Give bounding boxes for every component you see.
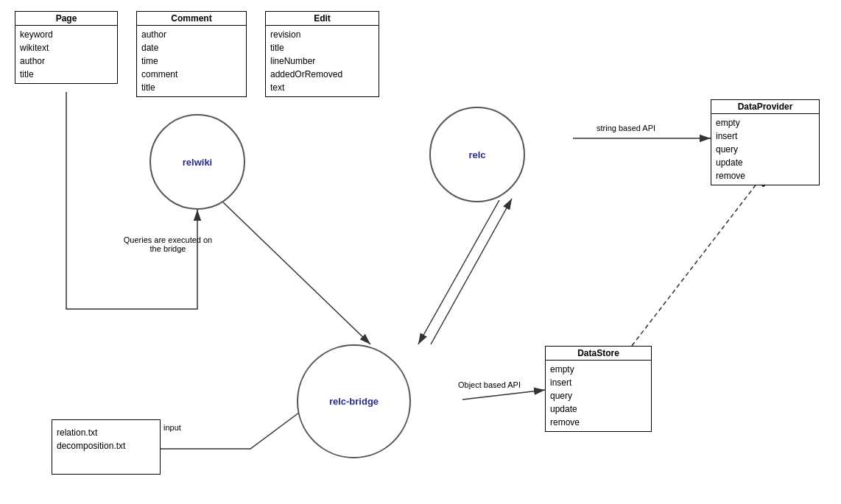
dataprovider-box: DataProvider empty insert query update r… [711, 99, 820, 185]
ds-field-5: remove [550, 416, 647, 429]
edit-field-5: text [270, 81, 374, 94]
svg-line-2 [223, 202, 370, 344]
comment-field-3: time [141, 54, 242, 68]
relc-circle: relc [429, 107, 525, 202]
edit-field-4: addedOrRemoved [270, 68, 374, 81]
edit-box-header: Edit [266, 12, 379, 26]
ds-field-3: query [550, 389, 647, 402]
relc-bridge-label: relc-bridge [329, 396, 379, 407]
input-files-box: relation.txt decomposition.txt [52, 419, 161, 475]
input-file-1: relation.txt [57, 426, 155, 439]
page-box-header: Page [15, 12, 117, 26]
edit-field-3: lineNumber [270, 54, 374, 68]
comment-box-header: Comment [137, 12, 246, 26]
dp-field-3: query [716, 143, 814, 156]
page-field-1: keyword [20, 28, 113, 41]
relc-bridge-circle: relc-bridge [297, 344, 411, 458]
comment-field-4: comment [141, 68, 242, 81]
dp-field-4: update [716, 156, 814, 169]
svg-line-3 [418, 200, 499, 344]
relc-label: relc [468, 149, 485, 160]
comment-field-2: date [141, 41, 242, 54]
page-field-2: wikitext [20, 41, 113, 54]
edit-field-2: title [270, 41, 374, 54]
comment-field-1: author [141, 28, 242, 41]
input-files-body: relation.txt decomposition.txt [52, 420, 160, 458]
input-file-2: decomposition.txt [57, 439, 155, 452]
datastore-box-header: DataStore [546, 347, 651, 361]
dp-field-1: empty [716, 116, 814, 129]
input-annotation: input [163, 423, 208, 432]
svg-line-6 [632, 177, 762, 346]
dataprovider-box-header: DataProvider [711, 100, 819, 114]
svg-line-4 [431, 199, 512, 344]
page-field-3: author [20, 54, 113, 68]
page-box: Page keyword wikitext author title [15, 11, 118, 84]
page-field-4: title [20, 68, 113, 81]
comment-box-body: author date time comment title [137, 26, 246, 96]
page-box-body: keyword wikitext author title [15, 26, 117, 83]
comment-box: Comment author date time comment title [136, 11, 247, 97]
ds-field-4: update [550, 402, 647, 416]
dp-field-2: insert [716, 129, 814, 143]
datastore-box-body: empty insert query update remove [546, 361, 651, 431]
dp-field-5: remove [716, 169, 814, 182]
string-based-annotation: string based API [597, 124, 700, 132]
object-based-annotation: Object based API [458, 380, 546, 389]
comment-field-5: title [141, 81, 242, 94]
dataprovider-box-body: empty insert query update remove [711, 114, 819, 185]
svg-line-7 [462, 390, 545, 400]
edit-field-1: revision [270, 28, 374, 41]
diagram-container: Page keyword wikitext author title Comme… [0, 0, 841, 504]
ds-field-1: empty [550, 363, 647, 376]
relwiki-circle: relwiki [149, 114, 245, 210]
ds-field-2: insert [550, 376, 647, 389]
edit-box: Edit revision title lineNumber addedOrRe… [265, 11, 379, 97]
relwiki-label: relwiki [183, 157, 212, 168]
edit-box-body: revision title lineNumber addedOrRemoved… [266, 26, 379, 96]
queries-annotation: Queries are executed onthe bridge [109, 235, 227, 253]
datastore-box: DataStore empty insert query update remo… [545, 346, 652, 432]
